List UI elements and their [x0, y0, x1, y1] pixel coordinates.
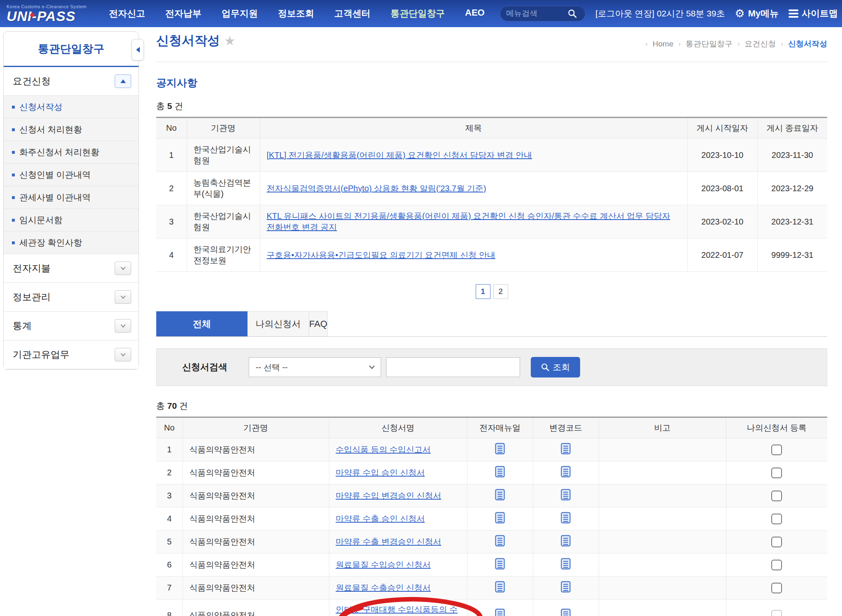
sitemap-button[interactable]: 사이트맵 [789, 7, 838, 20]
sidebar-submenu-item[interactable]: 관세사별 이관내역 [4, 186, 139, 209]
search-icon[interactable] [568, 9, 577, 18]
application-table: No 기관명 신청서명 전자매뉴얼 변경코드 비고 나의신청서 등록 1 식품의… [156, 417, 827, 616]
my-application-checkbox[interactable] [771, 514, 782, 524]
expand-section-toggle[interactable] [115, 348, 131, 361]
notice-pagination: 1 2 [156, 284, 827, 299]
notice-row: 4 한국의료기기안전정보원 구호용•자가사용용•긴급도입필요 의료기기 요건면제… [156, 239, 827, 272]
my-application-checkbox[interactable] [771, 491, 782, 501]
main-menu-item[interactable]: 고객센터 [334, 7, 370, 20]
change-code-document-icon[interactable] [561, 535, 571, 549]
sidebar-submenu-item[interactable]: 신청서 처리현황 [4, 118, 139, 141]
expand-section-toggle[interactable] [115, 290, 131, 304]
expand-section-toggle[interactable] [115, 319, 131, 333]
sidebar-section[interactable]: 전자지불 [4, 254, 139, 283]
manual-document-icon[interactable] [495, 512, 505, 526]
notice-title-link[interactable]: KTL 유니패스 사이트의 전기용품/생활용품(어린이 제품) 요건확인 신청 … [267, 211, 671, 232]
notice-no: 1 [156, 139, 187, 172]
application-name-link[interactable]: 인터넷 구매대행 수입식품등의 수입신고서 [336, 605, 458, 616]
manual-document-icon[interactable] [495, 535, 505, 549]
main-menu-item[interactable]: 정보조회 [278, 7, 314, 20]
main-menu-item[interactable]: 전자납부 [165, 7, 201, 20]
application-name-link[interactable]: 수입식품 등의 수입신고서 [336, 445, 431, 454]
my-application-checkbox[interactable] [771, 583, 782, 593]
my-application-checkbox[interactable] [771, 537, 782, 547]
sidebar-section-yogeon[interactable]: 요건신청 [4, 67, 139, 96]
bullet-icon [12, 151, 15, 154]
sidebar-submenu-item[interactable]: 신청서작성 [4, 96, 139, 118]
breadcrumb-item[interactable]: › Home [645, 39, 673, 49]
manual-document-icon[interactable] [495, 558, 505, 572]
application-search-input[interactable] [386, 357, 520, 377]
column-header: 신청서명 [329, 417, 467, 438]
main-menu-item[interactable]: 전자신고 [109, 7, 145, 20]
favorite-star-icon[interactable]: ★ [224, 33, 236, 49]
manual-document-icon[interactable] [495, 443, 505, 456]
sidebar-collapse-button[interactable] [132, 39, 144, 60]
application-name-link[interactable]: 원료물질 수출승인 신청서 [336, 583, 431, 592]
application-no: 2 [156, 461, 183, 484]
notice-title-link[interactable]: 구호용•자가사용용•긴급도입필요 의료기기 요건면제 신청 안내 [267, 250, 495, 259]
sitemap-label: 사이트맵 [802, 7, 838, 20]
logout-session-timer[interactable]: [로그아웃 연장] 02시간 58분 39초 [595, 8, 725, 19]
change-code-document-icon[interactable] [561, 466, 571, 479]
application-org: 식품의약품안전처 [183, 530, 329, 553]
tab[interactable]: FAQ [309, 311, 328, 336]
manual-document-icon[interactable] [495, 581, 505, 595]
application-search-select[interactable]: -- 선택 -- [249, 357, 381, 377]
search-submit-button[interactable]: 조회 [531, 357, 580, 377]
bullet-icon [12, 196, 15, 199]
my-menu-button[interactable]: ⚙ My메뉴 [735, 7, 779, 20]
notice-org: 한국산업기술시험원 [187, 139, 260, 172]
my-application-checkbox[interactable] [771, 445, 782, 455]
my-application-checkbox[interactable] [771, 560, 782, 570]
main-menu-item[interactable]: 통관단일창구 [391, 7, 445, 20]
main-menu-item[interactable]: 업무지원 [222, 7, 258, 20]
collapse-section-toggle[interactable] [115, 74, 131, 88]
change-code-document-icon[interactable] [561, 558, 571, 572]
manual-document-icon[interactable] [495, 489, 505, 503]
sidebar-section[interactable]: 기관고유업무 [4, 340, 139, 369]
menu-search-box[interactable] [500, 6, 585, 21]
menu-search-input[interactable] [506, 9, 568, 18]
chevron-down-icon [120, 295, 126, 299]
column-header: 게시 종료일자 [757, 118, 827, 139]
change-code-document-icon[interactable] [561, 512, 571, 526]
application-name-link[interactable]: 마약류 수출 승인 신청서 [336, 514, 425, 523]
sidebar-submenu-item[interactable]: 화주신청서 처리현황 [4, 141, 139, 164]
unipass-logo[interactable]: Korea Customs e-Clearance System UNI-PAS… [7, 4, 95, 23]
breadcrumb-item[interactable]: › 통관단일창구 [678, 39, 733, 49]
notice-total-count: 총 5 건 [156, 100, 827, 112]
main-menu-item[interactable]: AEO [465, 7, 485, 20]
application-name-link[interactable]: 마약류 수입 승인 신청서 [336, 468, 425, 477]
application-name-link[interactable]: 원료물질 수입승인 신청서 [336, 560, 431, 569]
tab[interactable]: 전체 [156, 311, 248, 336]
notice-title-link[interactable]: [KTL] 전기용품/생활용품(어린이 제품) 요건확인 신청서 담당자 변경 … [267, 151, 532, 160]
notice-title-link[interactable]: 전자식물검역증명서(ePhyto) 상용화 현황 알림('23.7월 기준) [267, 184, 486, 193]
manual-document-icon[interactable] [495, 609, 505, 616]
change-code-document-icon[interactable] [561, 489, 571, 503]
expand-section-toggle[interactable] [115, 262, 131, 275]
gear-icon: ⚙ [735, 8, 745, 19]
application-name-link[interactable]: 마약류 수출 변경승인 신청서 [336, 537, 442, 546]
pagination-page-button[interactable]: 2 [493, 284, 508, 299]
sidebar-submenu-item[interactable]: 세관장 확인사항 [4, 232, 139, 254]
my-application-checkbox[interactable] [771, 610, 782, 616]
application-name-link[interactable]: 마약류 수입 변경승인 신청서 [336, 491, 442, 500]
sidebar-submenu-item[interactable]: 임시문서함 [4, 209, 139, 232]
sidebar-section[interactable]: 정보관리 [4, 283, 139, 312]
sidebar-section[interactable]: 통계 [4, 312, 139, 340]
tab[interactable]: 나의신청서 [248, 311, 309, 336]
notice-no: 2 [156, 172, 187, 205]
breadcrumb-item[interactable]: › 요건신청 [738, 39, 776, 49]
my-application-checkbox[interactable] [771, 468, 782, 478]
change-code-document-icon[interactable] [561, 581, 571, 595]
sidebar-submenu-item[interactable]: 신청인별 이관내역 [4, 164, 139, 186]
pagination-page-button[interactable]: 1 [476, 284, 490, 299]
breadcrumb-item[interactable]: › 신청서작성 [781, 39, 827, 49]
main-menu: 전자신고 전자납부 업무지원 정보조회 고객센터 통관단일창구 AEO [109, 7, 485, 20]
application-remark [599, 438, 726, 461]
column-header: No [156, 417, 183, 438]
manual-document-icon[interactable] [495, 466, 505, 479]
change-code-document-icon[interactable] [561, 609, 571, 616]
change-code-document-icon[interactable] [561, 443, 571, 456]
